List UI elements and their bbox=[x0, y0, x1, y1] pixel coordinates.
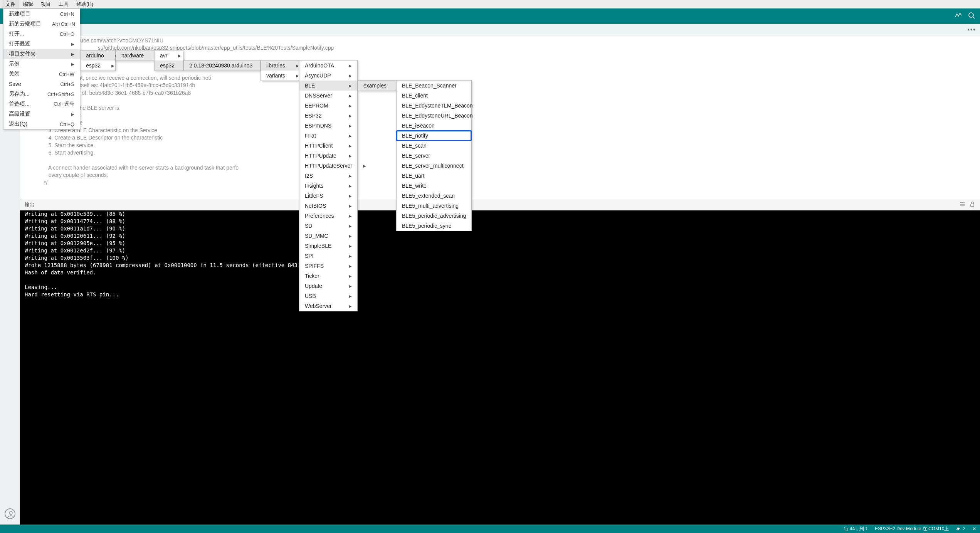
libraries-item[interactable]: USB▶ bbox=[299, 291, 357, 301]
sketchbook-label: arduino bbox=[86, 52, 104, 59]
libraries-item[interactable]: DNSServer▶ bbox=[299, 91, 357, 101]
menu-file[interactable]: 文件 bbox=[2, 0, 19, 8]
shortcut-label: Alt+Ctrl+N bbox=[52, 21, 75, 27]
libraries-item[interactable]: ArduinoOTA▶ bbox=[299, 61, 357, 71]
submenu-arrow-icon: ▶ bbox=[349, 154, 352, 158]
examples-item[interactable]: BLE_client bbox=[397, 91, 471, 101]
libraries-item[interactable]: Preferences▶ bbox=[299, 211, 357, 221]
examples-item[interactable]: BLE_notify bbox=[397, 131, 471, 141]
arduino-item[interactable]: hardware▶ bbox=[116, 50, 154, 61]
hardware-item[interactable]: avr▶ bbox=[155, 50, 183, 61]
libraries-item[interactable]: Ticker▶ bbox=[299, 271, 357, 281]
examples-label: BLE5_periodic_advertising bbox=[402, 213, 466, 219]
examples-label: BLE_client bbox=[402, 92, 428, 99]
submenu-arrow-icon: ▶ bbox=[349, 64, 352, 68]
examples-item[interactable]: BLE_iBeacon bbox=[397, 121, 471, 131]
libraries-label: FFat bbox=[305, 133, 316, 139]
libraries-item[interactable]: SPIFFS▶ bbox=[299, 261, 357, 271]
submenu-arrow-icon: ▶ bbox=[349, 194, 352, 198]
libraries-item[interactable]: BLE▶ bbox=[299, 81, 357, 91]
libraries-label: Preferences bbox=[305, 213, 334, 219]
hardware-item[interactable]: esp32▶ bbox=[155, 61, 183, 71]
serial-plotter-icon[interactable] bbox=[955, 12, 962, 21]
shortcut-label: Ctrl+逗号 bbox=[54, 101, 74, 108]
libraries-item[interactable]: EEPROM▶ bbox=[299, 101, 357, 111]
examples-item[interactable]: BLE5_multi_advertising bbox=[397, 201, 471, 211]
file-menu-item[interactable]: 项目文件夹▶ bbox=[3, 49, 80, 59]
libraries-label: BLE bbox=[305, 82, 315, 89]
submenu-arrow-icon: ▶ bbox=[296, 64, 299, 68]
libraries-item[interactable]: Insights▶ bbox=[299, 181, 357, 191]
libraries-item[interactable]: HTTPUpdate▶ bbox=[299, 151, 357, 161]
libraries-label: ESP32 bbox=[305, 113, 322, 119]
libraries-item[interactable]: FFat▶ bbox=[299, 131, 357, 141]
file-menu-item[interactable]: 首选项...Ctrl+逗号 bbox=[3, 99, 80, 109]
libraries-item[interactable]: WebServer▶ bbox=[299, 301, 357, 311]
esp32-item[interactable]: 2.0.18-20240930.arduino3▶ bbox=[184, 61, 260, 71]
libraries-label: Ticker bbox=[305, 273, 319, 279]
examples-item[interactable]: BLE_Beacon_Scanner bbox=[397, 81, 471, 91]
examples-item[interactable]: BLE_server bbox=[397, 151, 471, 161]
file-menu-item[interactable]: 关闭Ctrl+W bbox=[3, 69, 80, 79]
libraries-item[interactable]: LittleFS▶ bbox=[299, 191, 357, 201]
file-menu-item[interactable]: 打开...Ctrl+O bbox=[3, 29, 80, 39]
menu-sketch[interactable]: 项目 bbox=[37, 0, 55, 8]
libraries-item[interactable]: ESPmDNS▶ bbox=[299, 121, 357, 131]
output-title: 输出 bbox=[25, 201, 35, 208]
libraries-item[interactable]: ESP32▶ bbox=[299, 111, 357, 121]
file-menu-item[interactable]: 打开最近▶ bbox=[3, 39, 80, 49]
version-item[interactable]: variants▶ bbox=[261, 71, 299, 81]
file-menu-item[interactable]: 高级设置▶ bbox=[3, 109, 80, 119]
libraries-item[interactable]: Update▶ bbox=[299, 281, 357, 291]
examples-item[interactable]: BLE_server_multiconnect bbox=[397, 161, 471, 171]
examples-item[interactable]: BLE5_periodic_advertising bbox=[397, 211, 471, 221]
output-console[interactable]: Writing at 0x0010e539... (85 %) Writing … bbox=[20, 210, 980, 525]
examples-item[interactable]: BLE5_extended_scan bbox=[397, 191, 471, 201]
libraries-item[interactable]: HTTPClient▶ bbox=[299, 141, 357, 151]
examples-item[interactable]: BLE_write bbox=[397, 181, 471, 191]
file-menu-item[interactable]: 退出(Q)Ctrl+Q bbox=[3, 119, 80, 129]
version-item[interactable]: libraries▶ bbox=[261, 61, 299, 71]
examples-item[interactable]: BLE_scan bbox=[397, 141, 471, 151]
libraries-label: HTTPUpdate bbox=[305, 153, 336, 159]
file-menu-label: 新建项目 bbox=[9, 10, 30, 17]
submenu-arrow-icon: ▶ bbox=[349, 224, 352, 228]
examples-item[interactable]: BLE_EddystoneTLM_Beacon bbox=[397, 101, 471, 111]
file-menu-label: 示例 bbox=[9, 61, 20, 67]
examples-item[interactable]: BLE_uart bbox=[397, 171, 471, 181]
libraries-item[interactable]: SD_MMC▶ bbox=[299, 231, 357, 241]
examples-label: BLE_Beacon_Scanner bbox=[402, 82, 457, 89]
examples-item[interactable]: BLE_EddystoneURL_Beacon bbox=[397, 111, 471, 121]
file-menu-item[interactable]: SaveCtrl+S bbox=[3, 79, 80, 89]
status-notifications[interactable]: 2 bbox=[956, 526, 965, 531]
libraries-item[interactable]: SD▶ bbox=[299, 221, 357, 231]
libraries-item[interactable]: SimpleBLE▶ bbox=[299, 241, 357, 251]
submenu-arrow-icon: ▶ bbox=[349, 264, 352, 268]
serial-monitor-icon[interactable] bbox=[968, 12, 975, 21]
libraries-item[interactable]: SPI▶ bbox=[299, 251, 357, 261]
libraries-label: AsyncUDP bbox=[305, 72, 331, 79]
tab-overflow-icon[interactable]: ••• bbox=[967, 26, 976, 33]
status-close-icon[interactable]: ✕ bbox=[972, 526, 976, 531]
account-avatar[interactable] bbox=[5, 508, 15, 519]
file-menu-item[interactable]: 示例▶ bbox=[3, 59, 80, 69]
libraries-item[interactable]: NetBIOS▶ bbox=[299, 201, 357, 211]
file-menu-item[interactable]: 另存为...Ctrl+Shift+S bbox=[3, 89, 80, 99]
menu-tools[interactable]: 工具 bbox=[55, 0, 72, 8]
hardware-submenu: avr▶esp32▶ bbox=[154, 50, 183, 71]
sketchbook-item[interactable]: esp32▶ bbox=[81, 61, 115, 71]
libraries-item[interactable]: I2S▶ bbox=[299, 171, 357, 181]
sketchbook-item[interactable]: arduino▶ bbox=[81, 50, 115, 61]
output-wrap-icon[interactable] bbox=[959, 201, 965, 208]
menu-edit[interactable]: 编辑 bbox=[19, 0, 37, 8]
libraries-item[interactable]: HTTPUpdateServer▶ bbox=[299, 161, 357, 171]
menu-help[interactable]: 帮助(H) bbox=[72, 0, 97, 8]
status-board[interactable]: ESP32H2 Dev Module 在 COM10上 bbox=[875, 526, 949, 532]
output-lock-icon[interactable] bbox=[969, 201, 975, 208]
libraries-label: ArduinoOTA bbox=[305, 62, 334, 69]
ble-item[interactable]: examples▶ bbox=[358, 81, 396, 91]
file-menu-item[interactable]: 新的云端项目Alt+Ctrl+N bbox=[3, 19, 80, 29]
libraries-item[interactable]: AsyncUDP▶ bbox=[299, 71, 357, 81]
examples-item[interactable]: BLE5_periodic_sync bbox=[397, 221, 471, 231]
file-menu-item[interactable]: 新建项目Ctrl+N bbox=[3, 9, 80, 19]
